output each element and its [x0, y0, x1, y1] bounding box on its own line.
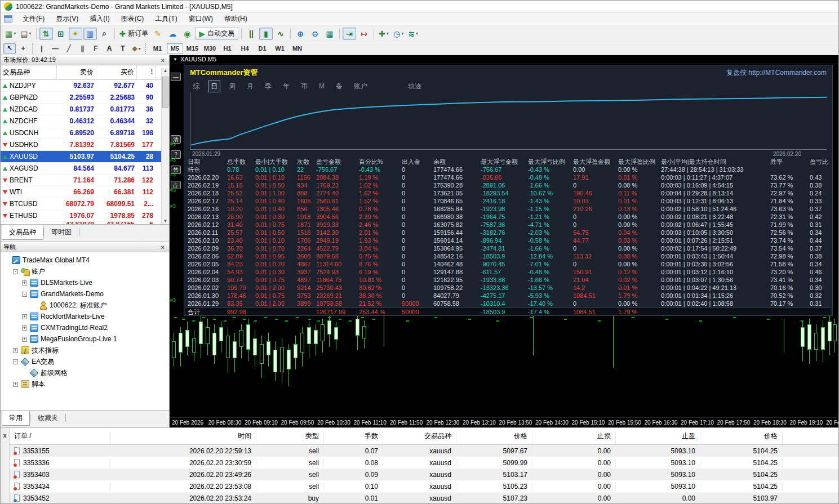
market-watch-row[interactable]: USDCNH6.895206.89718198	[1, 127, 169, 139]
collapse-icon[interactable]: -	[13, 269, 18, 274]
statistics-row[interactable]: 2026.02.1610.200.01 | 0.406561305.460.78…	[185, 205, 831, 213]
statistics-row[interactable]: 2026.02.1825.520.01 | 1.008882774.401.62…	[185, 189, 831, 197]
statistics-row[interactable]: 2026.02.0584.230.01 | 0.70486711314.608.…	[185, 260, 831, 268]
market-watch-row[interactable]: XAUUSD5103.975104.2528	[1, 151, 169, 163]
menu-item-1[interactable]: 显示(V)	[50, 13, 84, 25]
chart-shift-button[interactable]: ↦	[357, 28, 371, 40]
line-chart-button[interactable]: ∿	[274, 28, 287, 40]
channel-button[interactable]: ∥	[76, 43, 88, 54]
navigator-tab-1[interactable]: 收藏夹	[30, 411, 65, 426]
mw-column-header-0[interactable]: 交易品种	[1, 65, 57, 79]
mtcommander-tab-10[interactable]: 轨迹	[405, 81, 424, 92]
crosshair-button[interactable]: +	[17, 43, 29, 54]
scroll-down-icon[interactable]: ▼	[163, 218, 168, 224]
mtcommander-tab-3[interactable]: 月	[244, 81, 256, 92]
market-watch-row[interactable]: XAGUSD84.56484.677113	[1, 163, 169, 175]
data-window-button[interactable]: ⊞	[54, 28, 68, 40]
chevron-down-icon[interactable]: ▾	[29, 31, 31, 36]
statistics-row[interactable]: 持仓0.780.01 | 0.1022-756.67-0.43 %0177474…	[185, 166, 831, 173]
market-watch-row[interactable]: GBPNZD2.255932.2568390	[1, 92, 169, 104]
orders-column-header-6[interactable]: 止损	[532, 431, 616, 444]
menu-item-4[interactable]: 工具(T)	[149, 13, 183, 25]
order-row[interactable]: 33533362026.02.20 23:30:59sell0.08xauusd…	[10, 457, 838, 469]
strategy-tester-button[interactable]: ⌕	[98, 28, 112, 40]
menu-item-6[interactable]: 帮助(H)	[219, 13, 253, 25]
menu-item-2[interactable]: 插入(I)	[84, 13, 115, 25]
mtcommander-tab-2[interactable]: 周	[226, 81, 238, 92]
tree-item-11[interactable]: +脚本	[1, 378, 169, 390]
collapse-icon[interactable]: -	[13, 359, 18, 364]
navigator-button[interactable]: ✦	[69, 28, 82, 40]
chevron-down-icon[interactable]: ▾	[387, 31, 389, 36]
expand-icon[interactable]: +	[22, 325, 27, 331]
mw-column-header-2[interactable]: 买价	[96, 65, 137, 79]
orders-column-header-5[interactable]: 价格	[456, 431, 532, 444]
orders-column-header-8[interactable]: 价格	[700, 431, 783, 444]
cursor-button[interactable]: ↖	[3, 43, 16, 54]
statistics-row[interactable]: 2026.02.0390.740.01 | 0.75489711864.7310…	[185, 276, 831, 284]
chart-caption-bar[interactable]: ▼ XAUUSD,M5	[170, 55, 838, 64]
tree-item-6[interactable]: +CXMTradingLtd-Real2	[1, 322, 169, 333]
metaeditor-button[interactable]: ✎	[151, 28, 165, 40]
navigator-close-icon[interactable]: ×	[159, 244, 166, 251]
signals-button[interactable]: ◉	[180, 28, 194, 40]
orders-column-header-7[interactable]: 止盈	[616, 431, 700, 444]
market-watch-row[interactable]: NZDCHF0.463120.4634432	[1, 115, 169, 127]
periods-button[interactable]: ◷▾	[392, 28, 405, 40]
chevron-down-icon[interactable]: ▾	[139, 46, 141, 51]
market-watch-close-icon[interactable]: ×	[159, 57, 166, 64]
statistics-row[interactable]: 2026.01.30178.460.01 | 0.75975323269.213…	[185, 292, 831, 300]
order-row[interactable]: 33531552026.02.20 22:59:13sell0.07xauusd…	[10, 445, 838, 457]
statistics-total-row[interactable]: 合计992.98126717.99253.44 %50000-18503.9-1…	[185, 307, 831, 315]
market-watch-row[interactable]: NZDCAD0.817370.8177336	[1, 104, 169, 115]
statistics-row[interactable]: 2026.02.1023.400.01 | 0.1017062949.191.9…	[185, 237, 831, 244]
period-button-M1[interactable]: M1	[149, 43, 166, 53]
navigator-tab-0[interactable]: 常用	[2, 411, 30, 426]
market-watch-tab-1[interactable]: 即时图	[44, 225, 79, 240]
vertical-line-button[interactable]: |	[35, 43, 48, 54]
orders-column-header-2[interactable]: 类型	[256, 431, 324, 444]
tree-item-9[interactable]: -EA交易	[1, 356, 169, 367]
order-row[interactable]: 33534032026.02.20 23:49:26sell0.09xauusd…	[10, 469, 838, 480]
tree-item-0[interactable]: +TradeMax Global MT4	[1, 255, 169, 266]
mtcommander-tab-4[interactable]: 季	[262, 81, 274, 92]
market-watch-row[interactable]: BRENT71.16471.286122	[1, 175, 169, 186]
scroll-up-icon[interactable]: ▲	[163, 68, 168, 73]
period-button-H1[interactable]: H1	[219, 43, 236, 53]
tree-item-5[interactable]: +RockfortMarkets-Live	[1, 311, 169, 322]
market-watch-scrollbar[interactable]: ▲ ▼	[161, 68, 169, 224]
period-button-M5[interactable]: M5	[167, 43, 183, 53]
mtcommander-tab-7[interactable]: M	[316, 81, 327, 91]
candlestick-zone[interactable]	[170, 316, 837, 417]
terminal-button[interactable]: ▥	[83, 28, 97, 40]
order-row[interactable]: 33534342026.02.20 23:53:08sell0.10xauusd…	[10, 480, 838, 492]
candle-chart-button[interactable]: ▮	[259, 28, 273, 40]
market-watch-row[interactable]: WTI66.26966.381112	[1, 186, 169, 198]
tree-item-7[interactable]: +MegaFusionGroup-Live 1	[1, 333, 169, 345]
fibonacci-button[interactable]: F	[90, 43, 102, 54]
period-button-M30[interactable]: M30	[202, 43, 218, 53]
statistics-row[interactable]: 2026.02.1231.400.01 | 0.7518713919.382.4…	[185, 221, 831, 229]
statistics-row[interactable]: 2026.01.2983.350.01 | 2.00389910758.5821…	[185, 300, 831, 307]
tree-item-10[interactable]: +超级网格	[1, 367, 169, 378]
period-button-W1[interactable]: W1	[272, 43, 288, 53]
orders-column-header-0[interactable]: 订单 /	[10, 431, 111, 444]
tree-item-4[interactable]: +1000622: 标准账户	[1, 300, 169, 311]
statistics-row[interactable]: 2026.02.0936.700.01 | 0.7022644522.793.0…	[185, 244, 831, 252]
market-watch-row[interactable]: BTCUSD68072.7968099.512...	[1, 198, 169, 210]
profiles-button[interactable]: ▤▾	[19, 28, 33, 40]
autotrading-button[interactable]: ▶自动交易	[195, 28, 238, 40]
templates-button[interactable]: ≋▾	[406, 28, 420, 40]
menu-item-3[interactable]: 图表(C)	[116, 13, 150, 25]
period-button-H4[interactable]: H4	[237, 43, 253, 53]
period-button-M15[interactable]: M15	[184, 43, 201, 53]
expand-icon[interactable]: +	[13, 382, 18, 387]
orders-column-header-1[interactable]: 时间	[111, 431, 256, 444]
mtcommander-tab-8[interactable]: 备	[333, 81, 345, 92]
mtcommander-tab-1[interactable]: 日	[208, 81, 220, 92]
menu-item-5[interactable]: 窗口(W)	[183, 13, 219, 25]
new-chart-button[interactable]: ▦▾	[3, 28, 17, 40]
chart-timeline[interactable]: 20 Feb 202620 Feb 08:3020 Feb 09:1020 Fe…	[170, 417, 837, 427]
market-watch-row[interactable]: USDHKD7.813927.81569177	[1, 139, 169, 151]
tree-item-1[interactable]: -账户	[1, 266, 169, 277]
